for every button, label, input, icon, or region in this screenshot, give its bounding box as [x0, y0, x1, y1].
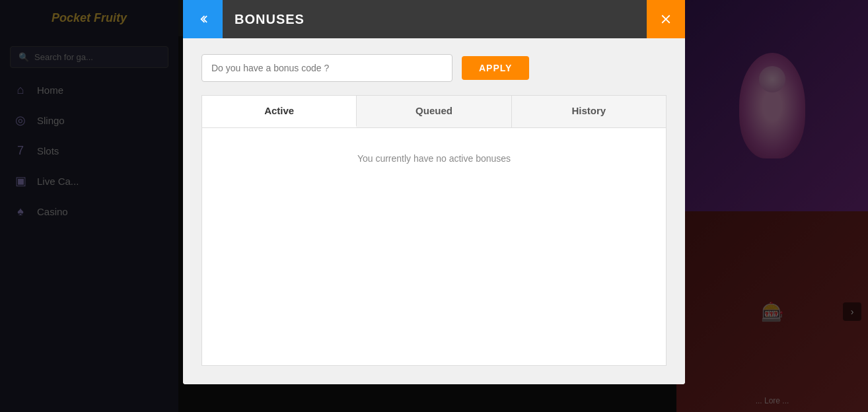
- apply-button[interactable]: APPLY: [462, 56, 529, 80]
- close-icon: [659, 12, 673, 26]
- tab-active[interactable]: Active: [202, 96, 357, 127]
- bonus-code-input[interactable]: [201, 54, 452, 82]
- tab-content-active: You currently have no active bonuses: [201, 128, 667, 366]
- modal-title: BONUSES: [223, 12, 647, 27]
- empty-message: You currently have no active bonuses: [357, 153, 511, 164]
- modal-back-button[interactable]: [183, 0, 223, 38]
- tab-bar: Active Queued History: [201, 95, 667, 128]
- tab-history[interactable]: History: [512, 96, 666, 127]
- chevron-left-icon: [196, 12, 210, 26]
- modal-bonuses: BONUSES APPLY Active Queued History: [183, 0, 685, 384]
- modal-header: BONUSES: [183, 0, 685, 38]
- modal-overlay: BONUSES APPLY Active Queued History: [0, 0, 868, 412]
- bonus-code-row: APPLY: [201, 54, 667, 82]
- modal-body: APPLY Active Queued History You currentl…: [183, 38, 685, 384]
- modal-close-button[interactable]: [647, 0, 685, 38]
- tab-queued[interactable]: Queued: [357, 96, 511, 127]
